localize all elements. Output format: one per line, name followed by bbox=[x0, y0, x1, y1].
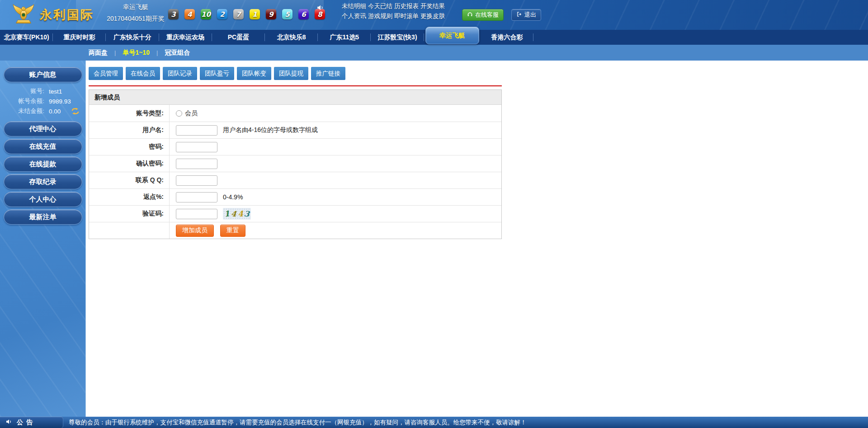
sidebar-menu: 代理中心 在线充值 在线提款 存取纪录 个人中心 最新注单 bbox=[0, 121, 85, 225]
menu-live-orders[interactable]: 即时滚单 bbox=[394, 12, 419, 20]
captcha-input[interactable] bbox=[176, 209, 217, 219]
nav-tab-gdklsf[interactable]: 广东快乐十分 bbox=[106, 30, 159, 45]
nav-tab-cqxync[interactable]: 重庆幸运农场 bbox=[159, 30, 212, 45]
sidebar-item-transaction-records[interactable]: 存取纪录 bbox=[4, 174, 82, 189]
page-body: 账户信息 账号: test1 帐号余额: 9989.93 未结金额: 0.00 bbox=[0, 61, 868, 417]
sound-icon[interactable] bbox=[316, 4, 325, 14]
sidebar-item-account-info[interactable]: 账户信息 bbox=[4, 67, 82, 82]
captcha-image[interactable]: 1 4 4 3 bbox=[223, 208, 251, 220]
draw-game-name: 幸运飞艇 bbox=[105, 3, 166, 11]
member-radio[interactable] bbox=[176, 110, 182, 117]
nav-tab-bjpk10[interactable]: 北京赛车(PK10) bbox=[0, 30, 53, 45]
logout-label: 退出 bbox=[524, 11, 536, 19]
confirm-password-input[interactable] bbox=[176, 159, 217, 169]
member-radio-label: 会员 bbox=[185, 109, 198, 118]
menu-history-report[interactable]: 历史报表 bbox=[394, 2, 419, 10]
tab-team-account-changes[interactable]: 团队帐变 bbox=[237, 67, 271, 80]
online-service-label: 在线客服 bbox=[475, 11, 499, 19]
subnav-single-1-10[interactable]: 单号1~10 bbox=[123, 49, 150, 57]
add-member-button[interactable]: 增加成员 bbox=[176, 225, 214, 237]
tab-promo-link[interactable]: 推广链接 bbox=[311, 67, 345, 80]
subnav-separator: | bbox=[114, 49, 116, 56]
eagle-logo-icon bbox=[12, 2, 35, 28]
sidebar-item-online-withdraw[interactable]: 在线提款 bbox=[4, 156, 82, 172]
nav-tab-pcdd[interactable]: PC蛋蛋 bbox=[212, 30, 265, 45]
username-label: 用户名: bbox=[89, 122, 170, 138]
account-type-row: 账号类型: 会员 bbox=[89, 105, 501, 122]
nav-tab-bjkl8[interactable]: 北京快乐8 bbox=[265, 30, 318, 45]
sidebar-item-agent-center[interactable]: 代理中心 bbox=[4, 121, 82, 136]
qq-input[interactable] bbox=[176, 175, 217, 186]
refresh-balance-icon[interactable] bbox=[71, 108, 79, 114]
captcha-row: 验证码: 1 4 4 3 bbox=[89, 205, 501, 222]
lottery-ball: 5 bbox=[282, 9, 292, 19]
captcha-digit: 1 bbox=[223, 209, 230, 218]
menu-settled-today[interactable]: 今天已结 bbox=[368, 2, 392, 10]
subnav-two-sides[interactable]: 两面盘 bbox=[89, 49, 108, 57]
tab-member-management[interactable]: 会员管理 bbox=[89, 67, 123, 80]
announcement-text: 尊敬的会员：由于银行系统维护，支付宝和微信充值通道暂停，请需要充值的会员选择在线… bbox=[69, 419, 527, 427]
main-nav-bar: 北京赛车(PK10) 重庆时时彩 广东快乐十分 重庆幸运农场 PC蛋蛋 北京快乐… bbox=[0, 30, 868, 45]
add-member-form: 新增成员 账号类型: 会员 用户名: 用户名由4-16位的字母或数字组成 密码: bbox=[89, 89, 502, 239]
balance-label: 帐号余额: bbox=[0, 97, 44, 105]
account-value: test1 bbox=[49, 88, 62, 95]
nav-tab-gd11x5[interactable]: 广东11选5 bbox=[318, 30, 371, 45]
menu-game-rules[interactable]: 游戏规则 bbox=[368, 12, 392, 20]
qq-row: 联系 Q Q: bbox=[89, 172, 501, 188]
logout-icon bbox=[516, 11, 522, 19]
username-input[interactable] bbox=[176, 125, 217, 136]
unsettled-row: 未结金额: 0.00 bbox=[0, 108, 85, 115]
menu-change-skin[interactable]: 更换皮肤 bbox=[420, 12, 445, 20]
balance-row: 帐号余额: 9989.93 bbox=[0, 98, 85, 105]
nav-tab-jssb[interactable]: 江苏骰宝(快3) bbox=[371, 30, 424, 45]
nav-tab-hklhc[interactable]: 香港六合彩 bbox=[481, 30, 533, 45]
logout-button[interactable]: 退出 bbox=[511, 9, 541, 21]
account-info-panel: 账号: test1 帐号余额: 9989.93 未结金额: 0.00 bbox=[0, 88, 85, 115]
tab-team-withdrawals[interactable]: 团队提现 bbox=[274, 67, 308, 80]
reset-button[interactable]: 重置 bbox=[220, 225, 245, 237]
subnav-champion-combo[interactable]: 冠亚组合 bbox=[165, 49, 190, 57]
username-row: 用户名: 用户名由4-16位的字母或数字组成 bbox=[89, 122, 501, 138]
tab-team-records[interactable]: 团队记录 bbox=[163, 67, 197, 80]
lottery-ball: 3 bbox=[168, 9, 179, 19]
account-row: 账号: test1 bbox=[0, 88, 85, 95]
header-bar: 永利国际 幸运飞艇 20170404051期开奖 3 4 10 2 7 1 9 … bbox=[0, 0, 868, 30]
red-divider bbox=[89, 85, 502, 86]
form-title: 新增成员 bbox=[89, 90, 501, 105]
confirm-password-label: 确认密码: bbox=[89, 155, 170, 172]
rebate-label: 返点%: bbox=[89, 189, 170, 205]
lottery-ball: 6 bbox=[298, 9, 309, 19]
announcement-bar: 公告 尊敬的会员：由于银行系统维护，支付宝和微信充值通道暂停，请需要充值的会员选… bbox=[0, 417, 868, 428]
lottery-ball: 10 bbox=[201, 9, 211, 19]
sub-nav-bar: 两面盘 | 单号1~10 | 冠亚组合 bbox=[0, 45, 868, 61]
menu-unsettled-detail[interactable]: 未结明细 bbox=[342, 2, 366, 10]
account-label: 账号: bbox=[0, 87, 44, 95]
captcha-label: 验证码: bbox=[89, 206, 170, 222]
agent-tabs: 会员管理 在线会员 团队记录 团队盈亏 团队帐变 团队提现 推广链接 bbox=[89, 67, 868, 80]
nav-tab-xyft-active[interactable]: 幸运飞艇 bbox=[425, 27, 479, 44]
draw-result-balls: 3 4 10 2 7 1 9 5 6 8 bbox=[168, 9, 325, 19]
actions-empty-label bbox=[89, 222, 170, 239]
sidebar-item-online-deposit[interactable]: 在线充值 bbox=[4, 139, 82, 154]
menu-draw-results[interactable]: 开奖结果 bbox=[420, 2, 445, 10]
main-nav-tabs: 北京赛车(PK10) 重庆时时彩 广东快乐十分 重庆幸运农场 PC蛋蛋 北京快乐… bbox=[0, 30, 533, 45]
lottery-ball: 7 bbox=[233, 9, 244, 19]
lottery-ball: 2 bbox=[217, 9, 227, 19]
confirm-password-row: 确认密码: bbox=[89, 155, 501, 172]
menu-personal-info[interactable]: 个人资讯 bbox=[342, 12, 366, 20]
password-row: 密码: bbox=[89, 138, 501, 155]
unsettled-label: 未结金额: bbox=[0, 107, 44, 115]
announcement-badge: 公告 bbox=[0, 417, 63, 428]
tab-online-members[interactable]: 在线会员 bbox=[126, 67, 160, 80]
header-buttons: 在线客服 退出 bbox=[462, 9, 541, 21]
sidebar-item-latest-bets[interactable]: 最新注单 bbox=[4, 209, 82, 225]
password-input[interactable] bbox=[176, 142, 217, 152]
captcha-digit: 4 bbox=[237, 209, 243, 219]
tab-team-profit-loss[interactable]: 团队盈亏 bbox=[200, 67, 234, 80]
sidebar-item-personal-center[interactable]: 个人中心 bbox=[4, 192, 82, 207]
header-menu: 未结明细 今天已结 历史报表 开奖结果 个人资讯 游戏规则 即时滚单 更换皮肤 bbox=[342, 2, 445, 20]
nav-tab-cqssc[interactable]: 重庆时时彩 bbox=[53, 30, 106, 45]
online-service-button[interactable]: 在线客服 bbox=[462, 9, 504, 21]
rebate-input[interactable] bbox=[176, 192, 217, 202]
header-menu-row-2: 个人资讯 游戏规则 即时滚单 更换皮肤 bbox=[342, 12, 445, 20]
